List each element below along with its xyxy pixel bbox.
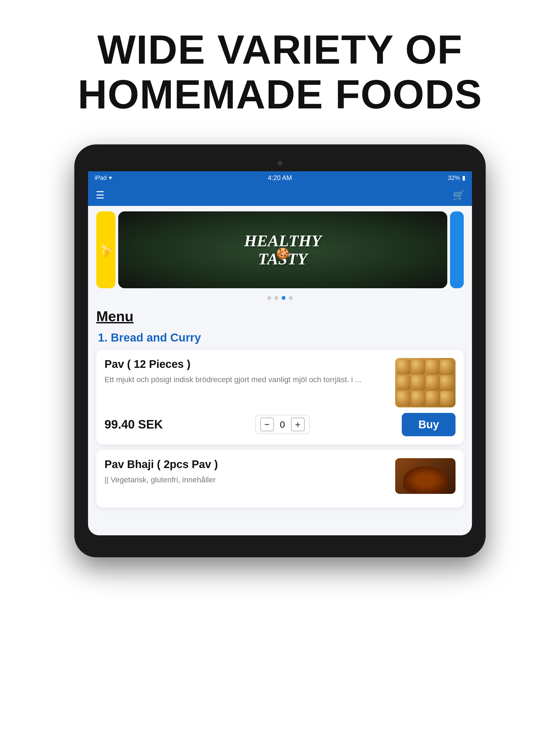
pav-roll-11 [426,391,440,406]
food-name-pav: Pav ( 12 Pieces ) [104,358,390,370]
pav-roll-4 [440,360,454,374]
cookie-icon: 🍪 [276,247,290,260]
pav-roll-3 [426,360,440,374]
cart-button[interactable]: 🛒 [453,190,464,201]
headline-line1: WIDE VARIETY OF [97,27,463,72]
quantity-control-pav[interactable]: − 0 + [255,415,310,434]
category-bread-curry: 1. Bread and Curry [96,331,464,344]
food-price-pav: 99.40 SEK [104,417,163,431]
pav-roll-6 [411,375,425,390]
pav-roll-9 [397,391,411,406]
carousel-dot-1[interactable] [267,296,271,300]
food-desc-bhaji: || Vegetarisk, glutenfri, innehåller [104,474,390,485]
page-headline: WIDE VARIETY OF HOMEMADE FOODS [22,27,538,117]
wifi-icon: ▾ [109,174,112,181]
pav-roll-2 [411,360,425,374]
quantity-value-pav: 0 [278,419,287,430]
category-name: 1. Bread and Curry [98,331,201,344]
pav-roll-8 [440,375,454,390]
battery-icon: ▮ [462,174,465,181]
page-header: WIDE VARIETY OF HOMEMADE FOODS [0,0,560,133]
pav-image-content [395,358,456,408]
pav-roll-7 [426,375,440,390]
battery-label: 32% [448,174,460,181]
buy-button-pav[interactable]: Buy [402,413,456,436]
pav-roll-10 [411,391,425,406]
status-bar: iPad ▾ 4:20 AM 32% ▮ [88,171,472,184]
banner-side-left: 🍌 [96,211,116,288]
pav-roll-1 [397,360,411,374]
carousel-dot-4[interactable] [289,296,293,300]
food-card-pav: Pav ( 12 Pieces ) Ett mjukt och pösigt i… [96,350,464,445]
bhaji-bowl-shape [403,467,447,494]
pav-roll-12 [440,391,454,406]
banner-main-slide: HEALTHY TASTY 🍪 [118,211,447,288]
nav-bar: ☰ 🛒 [88,184,472,206]
banner-carousel[interactable]: 🍌 HEALTHY TASTY 🍪 [88,206,472,291]
device-label: iPad [95,174,107,181]
status-time: 4:20 AM [268,174,292,182]
hamburger-menu-button[interactable]: ☰ [96,190,104,201]
pav-rolls-grid [395,358,456,408]
carousel-dots[interactable] [88,291,472,302]
food-card-bhaji-top: Pav Bhaji ( 2pcs Pav ) || Vegetarisk, gl… [104,458,456,494]
food-image-pav [395,358,456,408]
carousel-dot-2[interactable] [274,296,278,300]
banana-decoration: 🍌 [97,241,115,259]
food-card-bhaji-info: Pav Bhaji ( 2pcs Pav ) || Vegetarisk, gl… [104,458,390,494]
minus-button-pav[interactable]: − [260,417,274,431]
banner-side-right [450,211,464,288]
status-left: iPad ▾ [95,174,112,181]
tablet-wrapper: iPad ▾ 4:20 AM 32% ▮ ☰ 🛒 🍌 [74,144,486,557]
menu-section: Menu 1. Bread and Curry Pav ( 12 Pieces … [88,302,472,508]
headline-line2: HOMEMADE FOODS [78,72,482,117]
food-card-pav-bottom: 99.40 SEK − 0 + Buy [104,413,456,436]
food-name-bhaji: Pav Bhaji ( 2pcs Pav ) [104,458,390,471]
pav-roll-5 [397,375,411,390]
tablet-camera [277,161,283,166]
carousel-dot-3[interactable] [282,296,286,300]
tablet-frame: iPad ▾ 4:20 AM 32% ▮ ☰ 🛒 🍌 [74,144,486,557]
status-right: 32% ▮ [448,174,465,181]
food-image-bhaji [395,458,456,494]
food-desc-pav: Ett mjukt och pösigt indisk brödrecept g… [104,374,390,385]
food-card-pav-top: Pav ( 12 Pieces ) Ett mjukt och pösigt i… [104,358,456,408]
plus-button-pav[interactable]: + [291,417,305,431]
food-card-pav-bhaji: Pav Bhaji ( 2pcs Pav ) || Vegetarisk, gl… [96,450,464,508]
screen-content: 🍌 HEALTHY TASTY 🍪 [88,206,472,535]
food-card-pav-info: Pav ( 12 Pieces ) Ett mjukt och pösigt i… [104,358,390,408]
menu-title: Menu [96,308,464,324]
